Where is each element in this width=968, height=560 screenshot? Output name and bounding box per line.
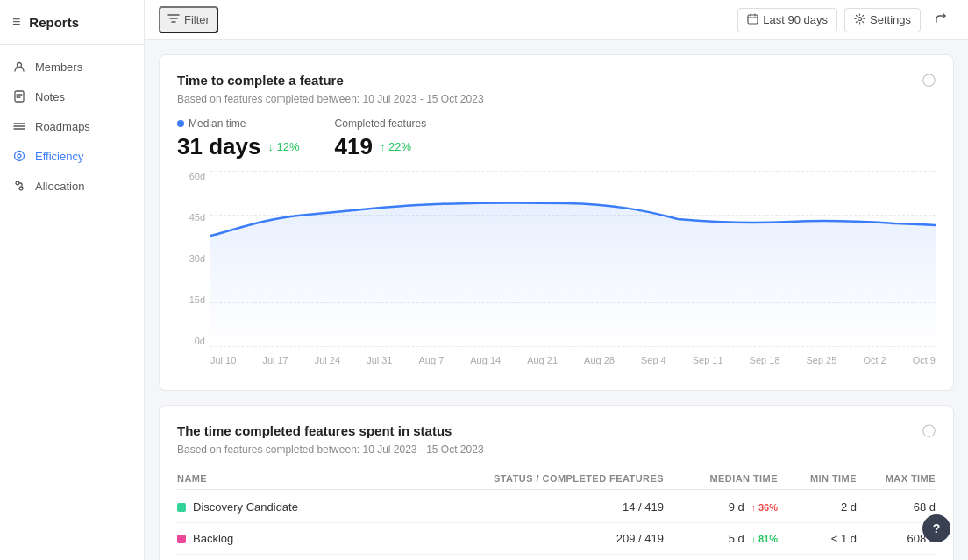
chart-y-label: 45d xyxy=(177,212,205,223)
cell-max-time: 68 d xyxy=(857,500,936,514)
chart-y-label: 30d xyxy=(177,253,205,264)
table-row: Discovery Candidate 14 / 419 9 d ↑ 36% 2… xyxy=(177,492,936,523)
cell-median-time: 5 d ↓ 81% xyxy=(664,532,778,545)
chart-x-label: Sep 4 xyxy=(641,355,666,372)
cell-min-time: < 1 d xyxy=(778,532,857,545)
completed-features-value: 419 ↑ 22% xyxy=(335,133,427,160)
chart-x-label: Sep 25 xyxy=(806,355,836,372)
chart-x-label: Sep 11 xyxy=(693,355,723,372)
roadmaps-icon xyxy=(12,119,26,133)
main-area: Filter Last 90 days Settings xyxy=(145,0,968,560)
date-range-button[interactable]: Last 90 days xyxy=(737,8,837,32)
chart-x-label: Jul 24 xyxy=(315,355,340,372)
sidebar-nav: Members Notes Roadmaps Efficiency Alloca… xyxy=(0,45,144,208)
chart-x-label: Aug 28 xyxy=(584,355,615,372)
share-button[interactable] xyxy=(928,8,954,32)
svg-rect-1 xyxy=(15,91,24,102)
table-row: Discovery 50 / 419 34 d ↑ 48% < 1 d 501 … xyxy=(177,555,936,560)
chart-x-label: Oct 2 xyxy=(863,355,886,372)
sidebar: ≡ Reports Members Notes Roadmaps Efficie… xyxy=(0,0,145,560)
chart-x-label: Oct 9 xyxy=(913,355,936,372)
feature-chart-card: Time to complete a feature ⓘ Based on fe… xyxy=(159,54,954,391)
sidebar-item-notes[interactable]: Notes xyxy=(0,82,144,111)
svg-point-2 xyxy=(15,152,25,161)
median-change: ↓ 12% xyxy=(267,140,299,153)
sidebar-label-roadmaps: Roadmaps xyxy=(35,120,90,133)
chart-y-axis: 60d45d30d15d0d xyxy=(177,171,205,346)
sidebar-item-efficiency[interactable]: Efficiency xyxy=(0,141,144,171)
status-table-subtitle: Based on features completed between: 10 … xyxy=(177,443,936,456)
table-body: Discovery Candidate 14 / 419 9 d ↑ 36% 2… xyxy=(177,492,936,560)
sidebar-item-allocation[interactable]: Allocation xyxy=(0,171,144,201)
topbar-right: Last 90 days Settings xyxy=(737,8,954,32)
svg-point-5 xyxy=(19,187,23,190)
cell-name: Backlog xyxy=(177,532,488,545)
sidebar-label-allocation: Allocation xyxy=(35,180,84,193)
line-chart: 60d45d30d15d0d xyxy=(177,171,936,372)
sidebar-header: ≡ Reports xyxy=(0,0,144,45)
table-header: NAME STATUS / COMPLETED FEATURES MEDIAN … xyxy=(177,468,936,490)
status-color-indicator xyxy=(177,503,186,512)
chart-x-label: Aug 7 xyxy=(419,355,445,372)
chart-x-label: Jul 31 xyxy=(367,355,392,372)
median-time-value: 31 days ↓ 12% xyxy=(177,133,300,160)
cell-status-completed: 14 / 419 xyxy=(488,500,664,514)
row-name: Discovery Candidate xyxy=(193,500,298,514)
settings-button[interactable]: Settings xyxy=(844,8,921,32)
allocation-icon xyxy=(12,179,26,193)
sidebar-label-notes: Notes xyxy=(35,90,65,103)
status-color-indicator xyxy=(177,535,186,543)
notes-icon xyxy=(12,89,26,103)
col-header-max: MAX TIME xyxy=(857,473,936,484)
sidebar-item-members[interactable]: Members xyxy=(0,52,144,82)
sidebar-label-members: Members xyxy=(35,60,82,74)
svg-point-7 xyxy=(858,17,862,20)
median-time-metric: Median time 31 days ↓ 12% xyxy=(177,117,300,160)
col-header-name: NAME xyxy=(177,473,488,484)
chart-x-axis: Jul 10Jul 17Jul 24Jul 31Aug 7Aug 14Aug 2… xyxy=(210,355,936,372)
status-table-title: The time completed features spent in sta… xyxy=(177,423,452,438)
status-table-card: The time completed features spent in sta… xyxy=(159,405,954,560)
median-dot xyxy=(177,120,184,127)
svg-point-3 xyxy=(18,154,21,158)
chart-y-label: 60d xyxy=(177,171,205,181)
chart-x-label: Aug 21 xyxy=(527,355,558,372)
completed-features-label: Completed features xyxy=(335,117,427,130)
chart-x-label: Jul 17 xyxy=(262,355,288,372)
cell-median-time: 9 d ↑ 36% xyxy=(664,500,778,514)
content-area: Time to complete a feature ⓘ Based on fe… xyxy=(145,40,968,560)
filter-button[interactable]: Filter xyxy=(159,6,218,33)
table-row: Backlog 209 / 419 5 d ↓ 81% < 1 d 608 d xyxy=(177,523,936,555)
sidebar-item-roadmaps[interactable]: Roadmaps xyxy=(0,111,144,141)
cell-name: Discovery Candidate xyxy=(177,500,488,514)
chart-y-label: 0d xyxy=(177,336,205,346)
col-header-median: MEDIAN TIME xyxy=(664,473,778,484)
cell-min-time: 2 d xyxy=(778,500,857,514)
median-change-badge: ↓ 81% xyxy=(751,534,778,544)
efficiency-icon xyxy=(12,149,26,163)
cell-status-completed: 209 / 419 xyxy=(488,532,664,545)
chart-x-label: Sep 18 xyxy=(750,355,780,372)
feature-chart-header: Time to complete a feature ⓘ xyxy=(177,73,936,89)
status-table-info-icon[interactable]: ⓘ xyxy=(922,423,936,440)
members-icon xyxy=(12,60,26,74)
calendar-icon xyxy=(747,13,758,27)
median-time-label: Median time xyxy=(177,117,300,130)
filter-icon xyxy=(167,12,180,27)
help-button[interactable]: ? xyxy=(922,514,950,542)
completed-change: ↑ 22% xyxy=(380,140,411,153)
chart-plot-area xyxy=(210,171,936,346)
row-name: Backlog xyxy=(193,532,233,545)
feature-chart-title: Time to complete a feature xyxy=(177,73,344,88)
date-range-label: Last 90 days xyxy=(763,13,828,26)
settings-label: Settings xyxy=(870,13,911,26)
metrics-row: Median time 31 days ↓ 12% Completed feat… xyxy=(177,117,936,160)
menu-icon[interactable]: ≡ xyxy=(12,14,20,30)
settings-icon xyxy=(854,13,865,27)
median-change-badge: ↑ 36% xyxy=(751,502,778,513)
feature-chart-info-icon[interactable]: ⓘ xyxy=(922,73,936,89)
sidebar-label-efficiency: Efficiency xyxy=(35,150,83,163)
feature-chart-subtitle: Based on features completed between: 10 … xyxy=(177,93,936,105)
status-table-header: The time completed features spent in sta… xyxy=(177,423,936,440)
filter-label: Filter xyxy=(184,13,210,26)
